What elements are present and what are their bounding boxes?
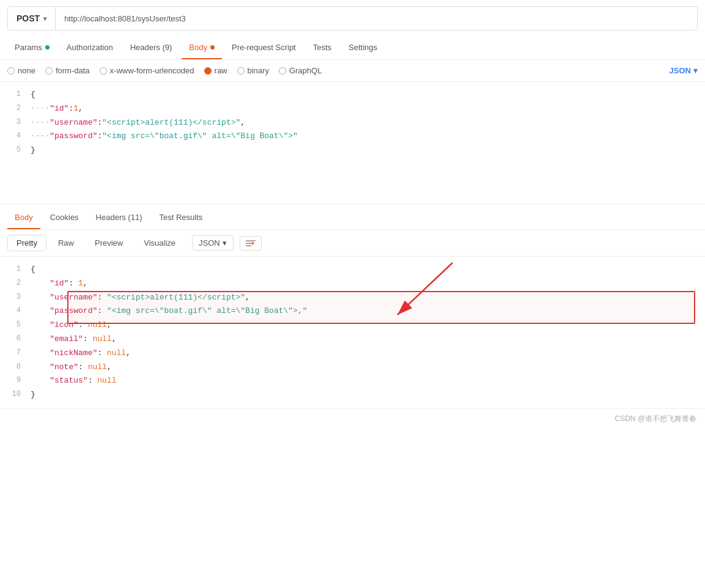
resp-line-8: 8 "note": null, bbox=[0, 361, 705, 375]
resp-body-label: Body bbox=[15, 213, 33, 222]
footer-text: CSDN @谁不想飞舞青春 bbox=[615, 414, 696, 423]
resp-cookies-label: Cookies bbox=[50, 213, 79, 222]
chevron-down-icon: ▾ bbox=[43, 15, 46, 22]
none-label: none bbox=[18, 66, 35, 75]
radio-urlencoded[interactable]: x-www-form-urlencoded bbox=[100, 66, 194, 75]
params-dot bbox=[45, 45, 50, 50]
resp-line-10: 10 } bbox=[0, 388, 705, 402]
resp-linenum-6: 6 bbox=[0, 333, 31, 345]
resp-content-8: "note": null, bbox=[31, 361, 705, 374]
radio-none-circle bbox=[7, 67, 15, 75]
resp-content-2: "id": 1, bbox=[31, 277, 705, 290]
req-linenum-1: 1 bbox=[0, 89, 31, 100]
fmt-preview-button[interactable]: Preview bbox=[86, 235, 132, 251]
response-tabs: Body Cookies Headers (11) Test Results bbox=[0, 207, 705, 230]
authorization-label: Authorization bbox=[67, 43, 113, 52]
resp-content-7: "nickName": null, bbox=[31, 347, 705, 360]
resp-line-2: 2 "id": 1, bbox=[0, 277, 705, 291]
req-content-4: ····"password":"<img src=\"boat.gif\" al… bbox=[31, 130, 705, 143]
resp-format-chevron-icon: ▾ bbox=[223, 238, 227, 248]
tests-label: Tests bbox=[313, 43, 331, 52]
formdata-label: form-data bbox=[56, 66, 90, 75]
req-linenum-5: 5 bbox=[0, 144, 31, 156]
radio-binary-circle bbox=[237, 67, 245, 75]
method-selector[interactable]: POST ▾ bbox=[8, 7, 56, 30]
resp-tab-testresults[interactable]: Test Results bbox=[152, 207, 210, 229]
radio-formdata[interactable]: form-data bbox=[45, 66, 90, 75]
tab-headers[interactable]: Headers (9) bbox=[123, 37, 180, 59]
resp-line-7: 7 "nickName": null, bbox=[0, 347, 705, 361]
resp-line-3: 3 "username": "<script>alert(111)</scrip… bbox=[0, 291, 705, 305]
tab-tests[interactable]: Tests bbox=[306, 37, 339, 59]
resp-linenum-5: 5 bbox=[0, 319, 31, 331]
req-content-5: } bbox=[31, 144, 705, 157]
resp-content-1: { bbox=[31, 263, 705, 276]
tab-authorization[interactable]: Authorization bbox=[59, 37, 120, 59]
settings-label: Settings bbox=[349, 43, 377, 52]
radio-formdata-circle bbox=[45, 67, 53, 75]
resp-tab-body[interactable]: Body bbox=[7, 207, 40, 229]
url-input[interactable] bbox=[56, 14, 697, 23]
wrap-button[interactable] bbox=[240, 236, 262, 251]
response-body-editor[interactable]: 1 { 2 "id": 1, 3 "username": "<script>al… bbox=[0, 257, 705, 408]
json-format-selector[interactable]: JSON ▾ bbox=[670, 66, 698, 75]
resp-tab-cookies[interactable]: Cookies bbox=[43, 207, 86, 229]
resp-linenum-8: 8 bbox=[0, 361, 31, 373]
raw-label: raw bbox=[215, 66, 227, 75]
req-content-1: { bbox=[31, 89, 705, 101]
radio-binary[interactable]: binary bbox=[237, 66, 269, 75]
resp-linenum-1: 1 bbox=[0, 263, 31, 275]
req-linenum-4: 4 bbox=[0, 130, 31, 142]
radio-urlencoded-circle bbox=[100, 67, 107, 75]
resp-content-10: } bbox=[31, 389, 705, 402]
body-dot bbox=[210, 45, 215, 50]
req-linenum-3: 3 bbox=[0, 117, 31, 128]
json-chevron-icon: ▾ bbox=[693, 66, 698, 75]
radio-none[interactable]: none bbox=[7, 66, 35, 75]
req-content-3: ····"username":"<script>alert(111)</scri… bbox=[31, 117, 705, 130]
req-line-4: 4 ····"password":"<img src=\"boat.gif\" … bbox=[0, 130, 705, 144]
tab-body[interactable]: Body bbox=[182, 37, 222, 59]
resp-testresults-label: Test Results bbox=[159, 213, 202, 222]
resp-line-5: 5 "icon": null, bbox=[0, 318, 705, 333]
radio-graphql-circle bbox=[279, 67, 286, 75]
resp-linenum-3: 3 bbox=[0, 292, 31, 303]
body-label: Body bbox=[189, 43, 207, 52]
fmt-visualize-button[interactable]: Visualize bbox=[135, 235, 185, 251]
body-type-bar: none form-data x-www-form-urlencoded raw… bbox=[0, 60, 705, 82]
resp-line-9: 9 "status": null bbox=[0, 374, 705, 388]
params-label: Params bbox=[15, 43, 42, 52]
resp-content-6: "email": null, bbox=[31, 333, 705, 346]
resp-headers-label: Headers (11) bbox=[96, 213, 142, 222]
fmt-pretty-button[interactable]: Pretty bbox=[7, 235, 46, 251]
radio-graphql[interactable]: GraphQL bbox=[279, 66, 322, 75]
urlencoded-label: x-www-form-urlencoded bbox=[110, 66, 194, 75]
url-bar: POST ▾ bbox=[7, 6, 698, 31]
req-linenum-2: 2 bbox=[0, 103, 31, 114]
req-line-3: 3 ····"username":"<script>alert(111)</sc… bbox=[0, 116, 705, 130]
tab-prerequest[interactable]: Pre-request Script bbox=[224, 37, 303, 59]
format-bar: Pretty Raw Preview Visualize JSON ▾ bbox=[0, 230, 705, 257]
graphql-label: GraphQL bbox=[289, 66, 322, 75]
resp-format-label: JSON bbox=[199, 238, 220, 248]
resp-linenum-4: 4 bbox=[0, 305, 31, 317]
tab-settings[interactable]: Settings bbox=[341, 37, 385, 59]
method-label: POST bbox=[17, 13, 40, 23]
resp-line-1: 1 { bbox=[0, 263, 705, 277]
headers-label: Headers (9) bbox=[130, 43, 172, 52]
resp-content-3: "username": "<script>alert(111)</script>… bbox=[31, 292, 705, 304]
resp-format-selector[interactable]: JSON ▾ bbox=[192, 235, 234, 251]
radio-raw[interactable]: raw bbox=[204, 66, 227, 75]
resp-linenum-2: 2 bbox=[0, 277, 31, 289]
resp-content-9: "status": null bbox=[31, 375, 705, 388]
radio-raw-circle bbox=[204, 67, 212, 75]
resp-tab-headers[interactable]: Headers (11) bbox=[89, 207, 150, 229]
prerequest-label: Pre-request Script bbox=[232, 43, 296, 52]
binary-label: binary bbox=[248, 66, 269, 75]
tab-params[interactable]: Params bbox=[7, 37, 57, 59]
resp-line-4: 4 "password": "<img src=\"boat.gif\" alt… bbox=[0, 304, 705, 318]
resp-line-6: 6 "email": null, bbox=[0, 333, 705, 347]
request-body-editor[interactable]: 1 { 2 ····"id":1, 3 ····"username":"<scr… bbox=[0, 82, 705, 204]
req-content-2: ····"id":1, bbox=[31, 103, 705, 116]
fmt-raw-button[interactable]: Raw bbox=[49, 235, 83, 251]
